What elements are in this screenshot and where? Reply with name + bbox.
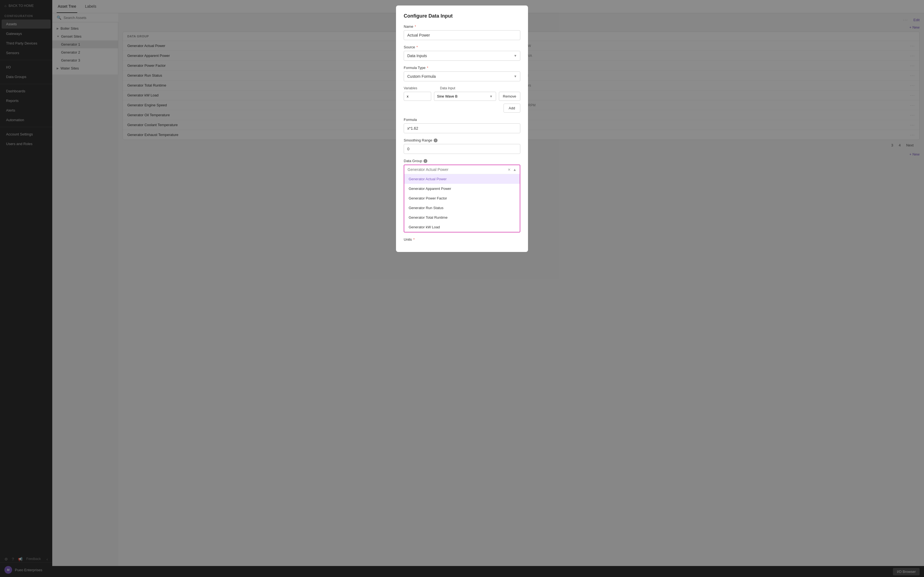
source-label: Source * bbox=[404, 45, 520, 49]
smoothing-range-field-group: Smoothing Range i bbox=[404, 138, 520, 154]
variable-row: Sine Wave B ▼ Remove bbox=[404, 92, 520, 101]
name-field-group: Name * bbox=[404, 24, 520, 40]
dropdown-item-gen-actual-power[interactable]: Generator Actual Power bbox=[404, 174, 520, 184]
data-group-input[interactable] bbox=[407, 167, 506, 172]
source-select[interactable]: Data Inputs bbox=[404, 51, 520, 61]
variables-field-group: Variables Data Input Sine Wave B ▼ Remov… bbox=[404, 86, 520, 113]
dropdown-item-gen-total-runtime[interactable]: Generator Total Runtime bbox=[404, 213, 520, 222]
formula-type-select[interactable]: Custom Formula bbox=[404, 71, 520, 81]
chevron-up-icon[interactable]: ▲ bbox=[513, 168, 517, 172]
add-variable-button[interactable]: Add bbox=[504, 103, 520, 113]
required-indicator-2: * bbox=[416, 45, 418, 49]
smoothing-input[interactable] bbox=[404, 144, 520, 154]
units-label: Units * bbox=[404, 237, 520, 242]
dropdown-item-gen-power-factor[interactable]: Generator Power Factor bbox=[404, 193, 520, 203]
variable-x-input[interactable] bbox=[404, 92, 431, 101]
dropdown-item-gen-run-status[interactable]: Generator Run Status bbox=[404, 203, 520, 213]
data-input-select[interactable]: Sine Wave B bbox=[434, 92, 496, 101]
required-indicator: * bbox=[415, 24, 416, 29]
data-input-select-wrapper: Sine Wave B ▼ bbox=[434, 92, 496, 101]
modal-overlay[interactable]: Configure Data Input Name * Source * Dat… bbox=[0, 0, 924, 577]
data-group-field-group: Data Group i ✕ ▲ Generator Actual Power … bbox=[404, 159, 520, 232]
formula-input[interactable] bbox=[404, 123, 520, 133]
source-field-group: Source * Data Inputs ▼ bbox=[404, 45, 520, 61]
source-select-wrapper: Data Inputs ▼ bbox=[404, 51, 520, 61]
name-input[interactable] bbox=[404, 30, 520, 40]
data-group-dropdown-list: Generator Actual Power Generator Apparen… bbox=[404, 174, 520, 232]
required-indicator-3: * bbox=[427, 66, 428, 70]
remove-variable-button[interactable]: Remove bbox=[499, 92, 520, 101]
units-field-group: Units * bbox=[404, 237, 520, 242]
formula-type-select-wrapper: Custom Formula ▼ bbox=[404, 71, 520, 81]
dropdown-item-gen-kw-load[interactable]: Generator kW Load bbox=[404, 222, 520, 232]
configure-data-input-modal: Configure Data Input Name * Source * Dat… bbox=[396, 5, 528, 252]
formula-field-group: Formula bbox=[404, 118, 520, 133]
data-group-dropdown-wrapper: ✕ ▲ Generator Actual Power Generator App… bbox=[404, 164, 520, 232]
variables-header: Variables Data Input bbox=[404, 86, 520, 90]
formula-type-field-group: Formula Type * Custom Formula ▼ bbox=[404, 66, 520, 81]
data-group-info-icon[interactable]: i bbox=[423, 159, 427, 163]
name-label: Name * bbox=[404, 24, 520, 29]
required-indicator-4: * bbox=[414, 237, 415, 242]
data-group-input-row: ✕ ▲ bbox=[404, 165, 520, 174]
data-group-label: Data Group i bbox=[404, 159, 520, 163]
dropdown-item-gen-apparent-power[interactable]: Generator Apparent Power bbox=[404, 184, 520, 193]
formula-type-label: Formula Type * bbox=[404, 66, 520, 70]
smoothing-info-icon[interactable]: i bbox=[434, 139, 438, 142]
modal-title: Configure Data Input bbox=[404, 13, 520, 19]
formula-label: Formula bbox=[404, 118, 520, 122]
clear-icon[interactable]: ✕ bbox=[508, 168, 510, 172]
smoothing-label: Smoothing Range i bbox=[404, 138, 520, 142]
